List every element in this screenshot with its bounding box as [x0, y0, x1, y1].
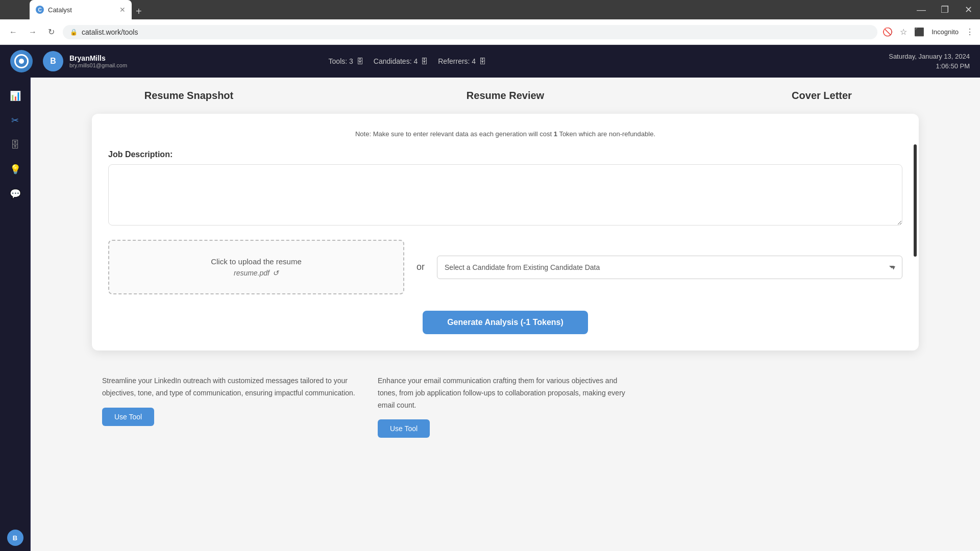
referrers-label: Referrers: 4 — [438, 57, 476, 65]
tab-title: Catalyst — [48, 6, 115, 14]
upload-section: Click to upload the resume resume.pdf ↺ … — [108, 240, 902, 294]
candidates-label: Candidates: 4 — [374, 57, 418, 65]
upload-filename: resume.pdf ↺ — [119, 269, 393, 277]
bottom-text-1: Streamline your LinkedIn outreach with c… — [102, 375, 357, 399]
generate-analysis-button[interactable]: Generate Analysis (-1 Tokens) — [423, 311, 588, 334]
candidates-stat: Candidates: 4 🗄 — [374, 57, 428, 65]
browser-window: C Catalyst ✕ + — ❐ ✕ ← → ↻ 🔒 catalist.wo… — [0, 0, 980, 45]
or-label: or — [416, 262, 425, 272]
address-bar[interactable]: 🔒 catalist.work/tools — [63, 25, 877, 39]
extension-icon: ⬛ — [914, 27, 924, 37]
back-button[interactable]: ← — [6, 26, 20, 39]
browser-nav-bar: ← → ↻ 🔒 catalist.work/tools 🚫 ☆ ⬛ Incogn… — [0, 19, 980, 45]
refresh-button[interactable]: ↻ — [45, 25, 58, 39]
sidebar-user-avatar[interactable]: B — [7, 530, 23, 546]
sidebar-item-tools[interactable]: ✂ — [5, 110, 26, 131]
logo-ring — [14, 54, 29, 68]
candidate-select[interactable]: Select a Candidate from Existing Candida… — [437, 256, 902, 279]
bottom-btn-1[interactable]: Use Tool — [102, 408, 154, 426]
app-logo — [10, 50, 33, 72]
app-layout: 📊 ✂ 🗄 💡 💬 B ↗ Resume Snapshot Resume Rev… — [0, 78, 980, 551]
header-date: Saturday, January 13, 2024 — [889, 52, 970, 62]
job-description-label: Job Description: — [108, 150, 902, 159]
col-header-cover-letter: Cover Letter — [664, 78, 980, 114]
bottom-content: Streamline your LinkedIn outreach with c… — [31, 363, 980, 450]
tab-favicon: C — [36, 6, 44, 14]
bottom-card-1: Streamline your LinkedIn outreach with c… — [92, 363, 368, 450]
upload-text: Click to upload the resume — [119, 257, 393, 266]
bottom-card-2: Enhance your email communication craftin… — [368, 363, 643, 450]
user-email: bry.mills01@gmail.com — [69, 62, 127, 68]
sidebar: 📊 ✂ 🗄 💡 💬 B ↗ — [0, 78, 31, 551]
bottom-text-2: Enhance your email communication craftin… — [378, 375, 633, 411]
sidebar-item-ideas[interactable]: 💡 — [5, 159, 26, 180]
referrers-icon: 🗄 — [479, 57, 486, 65]
sidebar-item-messages[interactable]: 💬 — [5, 184, 26, 204]
candidates-icon: 🗄 — [421, 57, 428, 65]
user-avatar: B — [43, 51, 63, 71]
header-time: 1:06:50 PM — [889, 61, 970, 71]
user-name: BryanMills — [69, 54, 127, 62]
main-content: Resume Snapshot Resume Review Cover Lett… — [31, 78, 980, 551]
new-tab-button[interactable]: + — [136, 6, 142, 19]
tab-close-icon[interactable]: ✕ — [119, 6, 126, 14]
tools-label: Tools: 3 — [329, 57, 353, 65]
upload-refresh-icon: ↺ — [273, 269, 279, 277]
referrers-stat: Referrers: 4 🗄 — [438, 57, 486, 65]
app-header: B BryanMills bry.mills01@gmail.com Tools… — [0, 45, 980, 78]
candidate-select-wrapper: Select a Candidate from Existing Candida… — [437, 256, 902, 279]
bottom-btn-2[interactable]: Use Tool — [378, 419, 430, 438]
menu-icon[interactable]: ⋮ — [966, 27, 974, 37]
tools-stat: Tools: 3 🗄 — [329, 57, 363, 65]
header-stats: Tools: 3 🗄 Candidates: 4 🗄 Referrers: 4 … — [329, 57, 486, 65]
browser-tab-bar: C Catalyst ✕ + — ❐ ✕ — [0, 0, 980, 19]
sidebar-item-database[interactable]: 🗄 — [5, 135, 26, 155]
scrollbar-thumb — [914, 144, 917, 257]
close-button[interactable]: ✕ — [957, 0, 980, 19]
nav-icons: 🚫 ☆ ⬛ Incognito ⋮ — [883, 27, 974, 37]
minimize-button[interactable]: — — [910, 0, 933, 19]
user-section: B BryanMills bry.mills01@gmail.com — [43, 51, 127, 71]
window-controls: — ❐ ✕ — [910, 0, 980, 19]
forward-button[interactable]: → — [26, 26, 40, 39]
header-datetime: Saturday, January 13, 2024 1:06:50 PM — [889, 52, 970, 71]
col-header-resume-snapshot: Resume Snapshot — [31, 78, 347, 114]
sidebar-bottom: B ↗ — [5, 530, 26, 551]
sidebar-item-analytics[interactable]: 📊 — [5, 86, 26, 106]
job-description-textarea[interactable] — [108, 164, 902, 226]
note-bar: Note: Make sure to enter relevant data a… — [108, 130, 902, 138]
col-header-resume-review: Resume Review — [347, 78, 664, 114]
tools-icon: 🗄 — [356, 57, 363, 65]
column-headers: Resume Snapshot Resume Review Cover Lett… — [31, 78, 980, 114]
upload-box[interactable]: Click to upload the resume resume.pdf ↺ — [108, 240, 404, 294]
user-info: BryanMills bry.mills01@gmail.com — [69, 54, 127, 68]
maximize-button[interactable]: ❐ — [933, 0, 957, 19]
lock-icon: 🔒 — [70, 29, 78, 36]
incognito-label: Incognito — [932, 28, 959, 36]
modal-card: Note: Make sure to enter relevant data a… — [92, 114, 919, 350]
browser-tab-active[interactable]: C Catalyst ✕ — [30, 0, 132, 19]
star-icon[interactable]: ☆ — [900, 27, 907, 37]
address-text: catalist.work/tools — [82, 28, 870, 36]
logo-dot — [19, 59, 24, 64]
bottom-card-3 — [643, 363, 919, 450]
eye-off-icon: 🚫 — [883, 27, 893, 37]
